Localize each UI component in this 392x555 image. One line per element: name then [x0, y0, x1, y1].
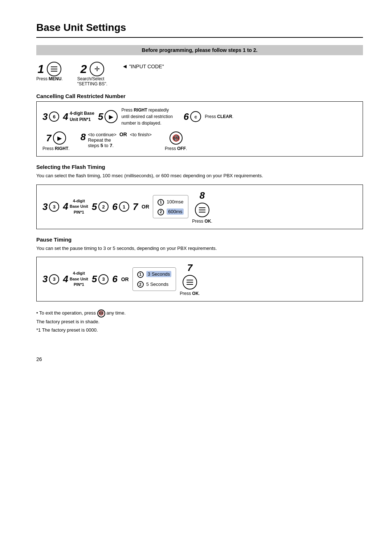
pause-ok-icon — [183, 275, 197, 289]
flash-step-8: 8 Press OK. — [192, 190, 212, 224]
flash-info: You can select the flash timing, 100 mse… — [36, 172, 363, 179]
pause-ok-label: Press OK. — [180, 291, 200, 296]
pause-box: 3 3 4 4-digitBase UnitPIN*1 5 3 6 OR 1 3… — [36, 257, 363, 301]
press-off-label: Press OFF. — [165, 146, 187, 151]
pause-option1-highlighted: 3 Seconds — [146, 271, 171, 277]
cancelling-heading: Cancelling Call Restricted Number — [36, 93, 363, 99]
pause-step3-icon: 3 — [49, 274, 59, 284]
page-title: Base Unit Settings — [36, 22, 363, 33]
page-number: 26 — [36, 356, 363, 362]
pause-step-6: 6 — [112, 274, 117, 285]
flash-box: 3 3 4 4-digitBase UnitPIN*1 5 2 6 1 7 OR — [36, 185, 363, 229]
step-7: 7 ▶ Press RIGHT. — [42, 131, 70, 151]
flash-ok-label: Press OK. — [192, 219, 212, 224]
step-8-desc: <to continue> OR <to finish> Repeat the … — [88, 131, 152, 148]
step-2-number: 2 — [80, 62, 87, 76]
step7-nav-icon: ▶ — [53, 131, 66, 145]
pause-info: You can set the pause timing to 3 or 5 s… — [36, 245, 363, 252]
flash-step5-icon: 2 — [98, 202, 109, 212]
step-4-label: 4-digit BaseUnit PIN*1 — [70, 110, 94, 123]
pause-or: OR — [121, 276, 129, 282]
notes-section: • To exit the operation, press 📵 any tim… — [36, 309, 363, 335]
before-banner-text: Before programming, please follow steps … — [142, 47, 258, 53]
menu-icon — [47, 62, 61, 76]
pause-option2: 2 5 Seconds — [137, 280, 172, 288]
option2-circle: 2 — [158, 209, 164, 215]
cancelling-box: 3 6 4 4-digit BaseUnit PIN*1 5 ▶ Press R… — [36, 101, 363, 157]
option1-circle: 1 — [158, 199, 164, 206]
input-code-label: ◄ "INPUT CODE" — [122, 63, 164, 70]
flash-or: OR — [142, 204, 149, 210]
to-continue: <to continue> — [88, 132, 117, 137]
cancelling-row1: 3 6 4 4-digit BaseUnit PIN*1 5 ▶ Press R… — [42, 107, 357, 126]
to-finish: <to finish> — [130, 132, 152, 137]
pause-option1-circle: 1 — [137, 271, 144, 278]
flash-step-4: 4 4-digitBase UnitPIN*1 — [63, 198, 88, 215]
option2-highlighted: 600ms — [167, 208, 184, 215]
pause-step-3: 3 3 — [42, 274, 59, 285]
flash-step-6: 6 1 — [112, 201, 129, 212]
step-8-off: 📵 Press OFF. — [165, 131, 187, 151]
step-5-desc: Press RIGHT repeatedlyuntil desired call… — [121, 107, 172, 126]
note-2: The factory preset is in shade. — [36, 317, 363, 326]
step-5: 5 ▶ — [98, 110, 118, 123]
step-3: 3 6 — [42, 111, 59, 122]
step-6-desc: Press CLEAR. — [205, 113, 233, 120]
intro-steps: 1 Press MENU. 2 ✛ Search/Select"SETTING … — [36, 62, 363, 86]
flash-option1: 1 100mse — [158, 198, 184, 206]
flash-heading: Selecting the Flash Timing — [36, 164, 363, 170]
flash-step4-label: 4-digitBase UnitPIN*1 — [70, 198, 88, 215]
step5-nav-icon: ▶ — [105, 110, 118, 123]
pause-step4-label: 4-digitBase UnitPIN*1 — [70, 271, 88, 287]
steps-label: steps 5 to 7. — [88, 143, 114, 148]
pause-options: 1 3 Seconds 2 5 Seconds — [132, 267, 176, 291]
note-3: *1 The factory preset is 0000. — [36, 326, 363, 334]
step-1-number: 1 — [37, 62, 44, 76]
pause-step-7: 7 Press OK. — [180, 262, 200, 296]
step-2-block: 2 ✛ Search/Select"SETTING BS". — [77, 62, 107, 86]
flash-step-3: 3 3 — [42, 201, 59, 212]
note1-phone-icon: 📵 — [97, 309, 105, 317]
step-6: 6 c — [184, 111, 201, 122]
pause-option2-circle: 2 — [137, 281, 144, 288]
step-7-label: Press RIGHT. — [42, 146, 70, 151]
cancelling-row2: 7 ▶ Press RIGHT. 8 <to continue> OR <to … — [42, 131, 357, 151]
flash-step-7: 7 — [133, 201, 138, 212]
step-4: 4 4-digit BaseUnit PIN*1 — [63, 110, 94, 123]
phone-off-icon: 📵 — [170, 131, 183, 145]
flash-step-5: 5 2 — [92, 201, 109, 212]
pause-step-4: 4 4-digitBase UnitPIN*1 — [63, 271, 88, 287]
title-divider — [36, 37, 363, 38]
flash-ok-icon — [195, 203, 209, 217]
repeat-label: Repeat the — [88, 137, 111, 143]
input-code-text: "INPUT CODE" — [129, 64, 164, 69]
pause-row: 3 3 4 4-digitBase UnitPIN*1 5 3 6 OR 1 3… — [42, 262, 357, 296]
nav-cross-icon: ✛ — [90, 62, 104, 76]
step-2-label: Search/Select"SETTING BS". — [77, 76, 107, 86]
pause-step5-icon: 3 — [98, 274, 109, 284]
pause-heading: Pause Timing — [36, 236, 363, 243]
clear-btn-icon: c — [190, 111, 201, 122]
flash-options: 1 100mse 2 600ms — [153, 195, 188, 219]
step-1-label: Press MENU. — [36, 76, 63, 81]
flash-row: 3 3 4 4-digitBase UnitPIN*1 5 2 6 1 7 OR — [42, 190, 357, 224]
step-8: 8 <to continue> OR <to finish> Repeat th… — [81, 131, 187, 151]
note-1: • To exit the operation, press 📵 any tim… — [36, 309, 363, 317]
pause-option1: 1 3 Seconds — [137, 270, 172, 278]
step-1-block: 1 Press MENU. — [36, 62, 63, 81]
flash-step6-icon: 1 — [119, 202, 129, 212]
flash-step3-icon: 3 — [49, 202, 59, 212]
before-banner: Before programming, please follow steps … — [36, 45, 363, 55]
flash-option2: 2 600ms — [158, 207, 184, 216]
step3-icon: 6 — [49, 112, 59, 122]
or-label: OR — [119, 131, 127, 137]
pause-step-5: 5 3 — [92, 274, 109, 285]
